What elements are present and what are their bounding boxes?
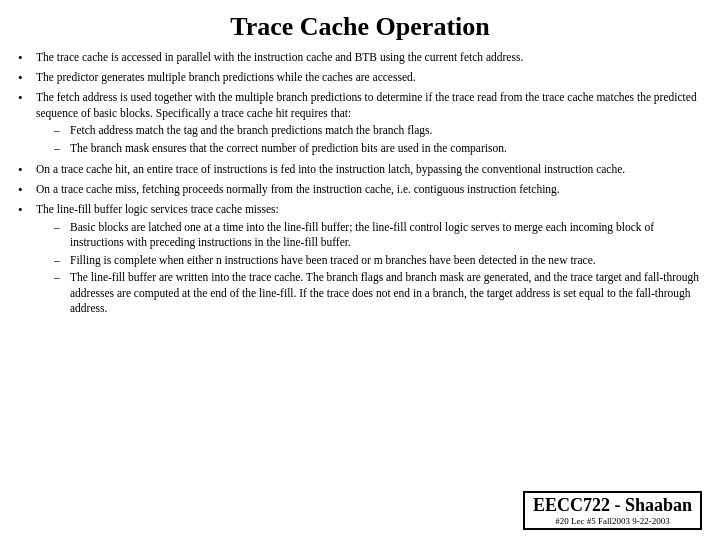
sub-dash: – (54, 123, 70, 139)
bullet-dot: • (18, 162, 36, 178)
sub-item: –Basic blocks are latched one at a time … (54, 220, 702, 251)
bullet-dot: • (18, 70, 36, 86)
sub-item: –The branch mask ensures that the correc… (54, 141, 702, 157)
page-title: Trace Cache Operation (18, 12, 702, 42)
sub-dash: – (54, 141, 70, 157)
bullet-text: The fetch address is used together with … (36, 90, 702, 158)
bullet-item: •On a trace cache miss, fetching proceed… (18, 182, 702, 198)
bullet-dot: • (18, 90, 36, 106)
content: •The trace cache is accessed in parallel… (18, 50, 702, 487)
sub-items: –Fetch address match the tag and the bra… (54, 123, 702, 156)
bullet-dot: • (18, 202, 36, 218)
footer: EECC722 - Shaaban #20 Lec #5 Fall2003 9-… (18, 491, 702, 530)
sub-text: Filling is complete when either n instru… (70, 253, 702, 269)
page: Trace Cache Operation •The trace cache i… (0, 0, 720, 540)
sub-dash: – (54, 220, 70, 236)
sub-item: –Filling is complete when either n instr… (54, 253, 702, 269)
sub-item: –Fetch address match the tag and the bra… (54, 123, 702, 139)
bullet-text: On a trace cache hit, an entire trace of… (36, 162, 702, 178)
footer-subtitle: #20 Lec #5 Fall2003 9-22-2003 (555, 516, 669, 526)
sub-text: The line-fill buffer are written into th… (70, 270, 702, 317)
bullet-text: The trace cache is accessed in parallel … (36, 50, 702, 66)
bullet-item: •The predictor generates multiple branch… (18, 70, 702, 86)
bullet-dot: • (18, 50, 36, 66)
bullet-dot: • (18, 182, 36, 198)
bullet-text: On a trace cache miss, fetching proceeds… (36, 182, 702, 198)
bullet-item: •The trace cache is accessed in parallel… (18, 50, 702, 66)
sub-items: –Basic blocks are latched one at a time … (54, 220, 702, 317)
sub-dash: – (54, 270, 70, 286)
bullet-item: •The fetch address is used together with… (18, 90, 702, 158)
sub-text: The branch mask ensures that the correct… (70, 141, 702, 157)
sub-text: Basic blocks are latched one at a time i… (70, 220, 702, 251)
sub-dash: – (54, 253, 70, 269)
bullet-text: The line-fill buffer logic services trac… (36, 202, 702, 319)
footer-title: EECC722 - Shaaban (533, 495, 692, 516)
footer-box: EECC722 - Shaaban #20 Lec #5 Fall2003 9-… (523, 491, 702, 530)
sub-item: –The line-fill buffer are written into t… (54, 270, 702, 317)
bullet-item: •The line-fill buffer logic services tra… (18, 202, 702, 319)
bullet-item: •On a trace cache hit, an entire trace o… (18, 162, 702, 178)
sub-text: Fetch address match the tag and the bran… (70, 123, 702, 139)
bullet-text: The predictor generates multiple branch … (36, 70, 702, 86)
